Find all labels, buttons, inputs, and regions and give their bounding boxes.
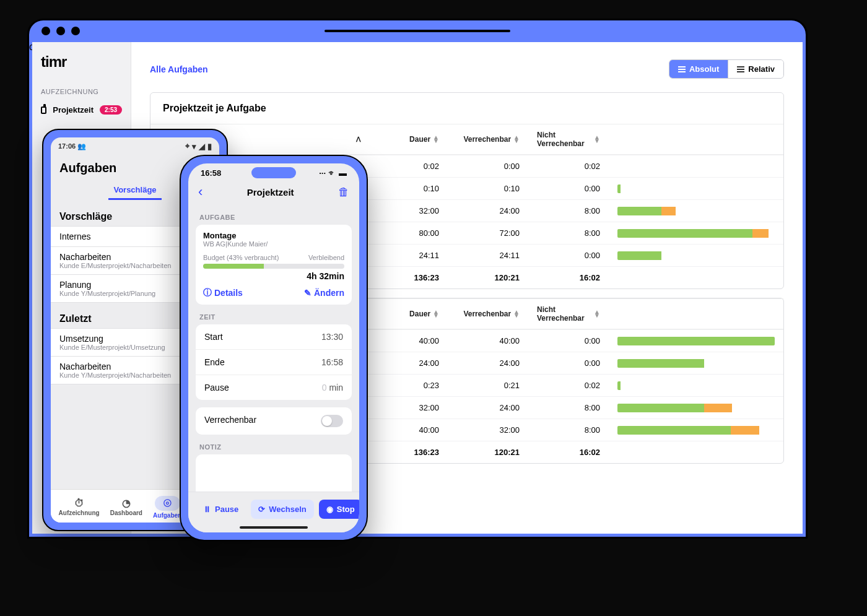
pause-placeholder: 0 [322, 383, 327, 393]
view-relativ-label: Relativ [748, 64, 775, 74]
nav-dashboard[interactable]: ◔ Dashboard [110, 498, 142, 516]
sum-nver: 16:02 [528, 267, 609, 288]
details-label: Details [214, 288, 243, 298]
cell-ver: 24:00 [448, 397, 528, 419]
row-label: Verrechenbar [204, 415, 256, 427]
cell-nver: 8:00 [528, 222, 609, 244]
timer-badge: 2:53 [100, 105, 122, 115]
bar-green [617, 337, 775, 345]
iphone-screen: 16:58 ··· ᯤ ▬ ‹ Projektzeit 🗑 AUFGABE Mo… [188, 163, 359, 532]
billable-toggle[interactable] [321, 415, 343, 427]
tab-vorschlaege[interactable]: Vorschläge [108, 181, 161, 200]
sum-dauer: 136:23 [373, 441, 448, 463]
sidebar-item-projektzeit[interactable]: Projektzeit 2:53 [32, 99, 131, 121]
cell-nver: 8:00 [528, 200, 609, 222]
stop-label: Stop [337, 505, 355, 514]
row-label: Start [204, 332, 223, 342]
cell-ver: 32:00 [448, 419, 528, 441]
iphone: 16:58 ··· ᯤ ▬ ‹ Projektzeit 🗑 AUFGABE Mo… [180, 155, 368, 541]
bar-green [617, 404, 704, 412]
row-value: 16:58 [321, 357, 343, 367]
header-verrechenbar[interactable]: Verrechenbar [463, 310, 511, 318]
bar [617, 337, 775, 345]
briefcase-icon [41, 106, 46, 114]
piechart-icon: ◔ [122, 498, 131, 508]
view-absolut-button[interactable]: Absolut [669, 60, 728, 78]
bar-orange [752, 229, 768, 238]
cell-nver: 0:02 [528, 155, 609, 177]
cell-nver: 0:00 [528, 330, 609, 352]
change-button[interactable]: ✎ Ändern [304, 287, 344, 298]
bar-green [617, 251, 661, 260]
cell-dauer: 40:00 [373, 419, 448, 441]
address-bar-mock [325, 30, 510, 32]
bar [617, 207, 775, 215]
cell-nver: 0:00 [528, 352, 609, 374]
home-indicator [240, 526, 308, 529]
back-button[interactable]: ‹ [198, 184, 203, 200]
sort-icon: ▲▼ [594, 310, 600, 318]
cell-dauer: 0:10 [373, 178, 448, 199]
details-button[interactable]: ⓘ Details [203, 287, 243, 298]
sort-icon: ▲▼ [513, 136, 520, 143]
main-topbar: Alle Aufgaben Absolut Relativ [150, 59, 784, 79]
end-row[interactable]: Ende 16:58 [196, 349, 352, 375]
sitemap-icon: ⦾ [155, 496, 180, 511]
header-dauer[interactable]: Dauer [409, 310, 430, 318]
start-row[interactable]: Start 13:30 [196, 324, 352, 349]
budget-remaining-label: Verbleibend [308, 254, 344, 261]
browser-chrome [29, 20, 806, 41]
header-nicht-verrechenbar[interactable]: Nicht Verrechenbar [537, 131, 591, 148]
trash-button[interactable]: 🗑 [338, 186, 349, 199]
sum-nver: 16:02 [528, 441, 609, 463]
stop-button[interactable]: ◉ Stop [319, 500, 359, 519]
budget-bar [203, 264, 344, 269]
status-time: 17:06 [58, 142, 76, 150]
nav-aufzeichnung[interactable]: ⏱ Aufzeichnung [59, 498, 100, 516]
bar-green [617, 207, 661, 215]
status-bar: 17:06 👥 ⌖ ▾ ◢ ▮ [51, 137, 219, 155]
bar [617, 184, 775, 193]
row-label: Pause [204, 383, 229, 393]
bar [617, 404, 775, 412]
cell-dauer: 24:00 [373, 352, 448, 374]
info-icon: ⓘ [203, 287, 212, 298]
bar [617, 229, 775, 238]
cell-dauer: 24:11 [373, 245, 448, 266]
nav-label: Aufgaben [153, 512, 181, 519]
sort-icon: ▲▼ [433, 310, 439, 318]
bar-green [617, 381, 621, 390]
billable-row[interactable]: Verrechenbar [196, 407, 352, 435]
header-verrechenbar[interactable]: Verrechenbar [463, 135, 511, 144]
phone-body: AUFGABE Montage WB AG|Kunde Maier/ Budge… [188, 205, 359, 532]
view-relativ-button[interactable]: Relativ [728, 60, 783, 78]
row-value: 13:30 [321, 332, 343, 342]
bar-green [617, 229, 752, 238]
cell-dauer: 0:23 [373, 375, 448, 396]
pause-unit: min [329, 383, 343, 393]
caret-up-icon[interactable]: ᐱ [356, 136, 361, 144]
sort-icon: ▲▼ [433, 136, 439, 143]
bar-green [617, 184, 621, 193]
switch-button[interactable]: ⟳ Wechseln [251, 500, 313, 519]
battery-icon: ▬ [339, 168, 347, 178]
cell-ver: 24:00 [448, 352, 528, 374]
view-toggle: Absolut Relativ [669, 59, 784, 79]
nav-label: Dashboard [110, 510, 142, 516]
nav-title: Projektzeit [247, 187, 294, 197]
header-dauer[interactable]: Dauer [409, 135, 430, 144]
panel-title: Projektzeit je Aufgabe [150, 93, 783, 124]
location-icon: ⌖ [185, 141, 190, 151]
pause-row[interactable]: Pause 0 min [196, 375, 352, 400]
bar-orange [704, 404, 733, 412]
pause-icon: ⏸ [203, 505, 211, 514]
wifi-icon: ᯤ [328, 168, 336, 178]
task-card[interactable]: Montage WB AG|Kunde Maier/ Budget (43% v… [196, 225, 352, 305]
cell-ver: 24:11 [448, 245, 528, 266]
switch-label: Wechseln [269, 505, 306, 514]
pause-button[interactable]: ⏸ Pause [196, 500, 246, 519]
nav-aufgaben[interactable]: ⦾ Aufgaben [153, 496, 181, 519]
window-controls[interactable] [41, 27, 80, 35]
header-nicht-verrechenbar[interactable]: Nicht Verrechenbar [537, 305, 591, 323]
breadcrumb-link[interactable]: Alle Aufgaben [150, 64, 208, 74]
